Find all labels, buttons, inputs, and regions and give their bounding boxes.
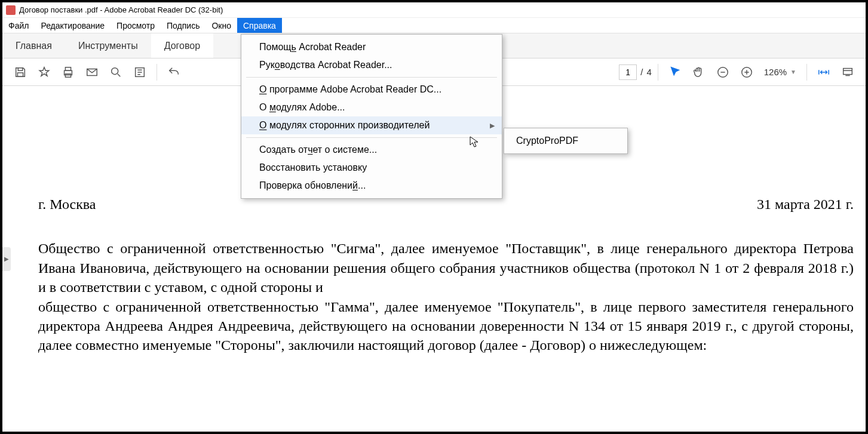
toolbar-separator <box>806 64 807 81</box>
toolbar-separator <box>658 64 658 81</box>
third-party-submenu: CryptoProPDF <box>504 128 628 154</box>
window-title: Договор поставки .pdf - Adobe Acrobat Re… <box>19 5 223 14</box>
chevron-down-icon: ▼ <box>790 69 796 75</box>
tab-home[interactable]: Главная <box>2 33 65 58</box>
undo-icon[interactable] <box>163 61 185 83</box>
svg-rect-3 <box>65 73 70 77</box>
fit-width-icon[interactable] <box>813 61 835 83</box>
print-icon[interactable] <box>57 61 79 83</box>
doc-paragraph-2: общество с ограниченной ответственностью… <box>38 297 854 355</box>
page-separator: / <box>640 67 643 77</box>
menubar: Файл Редактирование Просмотр Подпись Окн… <box>2 18 866 33</box>
pdf-file-icon <box>6 5 16 15</box>
menu-file[interactable]: Файл <box>2 18 35 33</box>
search-icon[interactable] <box>105 61 127 83</box>
menu-item-third-party-plugins[interactable]: О модулях сторонних производителей ▶ <box>241 116 502 134</box>
save-icon[interactable] <box>10 61 31 83</box>
ocr-icon[interactable] <box>129 61 151 83</box>
svg-rect-9 <box>844 68 852 74</box>
doc-paragraph-1: Общество с ограниченной ответственностью… <box>38 239 854 297</box>
sidebar-toggle[interactable]: ▶ <box>2 247 11 271</box>
titlebar: Договор поставки .pdf - Adobe Acrobat Re… <box>2 2 866 18</box>
submenu-item-cryptopro[interactable]: CryptoProPDF <box>504 132 627 150</box>
help-dropdown: Помощь Acrobat Reader Руководства Acroba… <box>241 34 502 199</box>
zoom-in-icon[interactable] <box>736 61 757 83</box>
page-controls: / 4 <box>619 64 652 80</box>
menu-item-adobe-plugins[interactable]: О модулях Adobe... <box>241 99 502 116</box>
doc-city: г. Москва <box>38 195 96 214</box>
hand-tool-icon[interactable] <box>688 61 710 83</box>
menu-view[interactable]: Просмотр <box>111 18 161 33</box>
menu-item-sysreport[interactable]: Создать отчет о системе... <box>241 141 502 159</box>
svg-point-5 <box>112 67 118 74</box>
menu-item-help[interactable]: Помощь Acrobat Reader <box>241 38 502 56</box>
svg-rect-0 <box>17 72 23 76</box>
tab-document[interactable]: Договор <box>151 33 213 58</box>
menu-edit[interactable]: Редактирование <box>35 18 111 33</box>
read-mode-icon[interactable] <box>837 61 858 83</box>
menu-item-guides[interactable]: Руководства Acrobat Reader... <box>241 56 502 74</box>
toolbar-separator <box>157 64 157 81</box>
svg-rect-2 <box>65 67 70 70</box>
zoom-out-icon[interactable] <box>712 61 734 83</box>
zoom-dropdown[interactable]: 126% ▼ <box>760 64 800 79</box>
zoom-value: 126% <box>764 67 787 77</box>
menu-window[interactable]: Окно <box>206 18 237 33</box>
page-total: 4 <box>646 67 651 77</box>
menu-item-updates[interactable]: Проверка обновлений... <box>241 177 502 195</box>
menu-help[interactable]: Справка <box>237 18 282 33</box>
star-icon[interactable] <box>33 61 55 83</box>
submenu-arrow-icon: ▶ <box>490 122 495 130</box>
select-tool-icon[interactable] <box>664 61 686 83</box>
page-number-input[interactable] <box>619 64 637 80</box>
mail-icon[interactable] <box>81 61 103 83</box>
menu-sign[interactable]: Подпись <box>161 18 206 33</box>
menu-separator <box>246 77 497 78</box>
menu-separator <box>246 137 497 138</box>
menu-item-restore[interactable]: Восстановить установку <box>241 159 502 177</box>
menu-item-about[interactable]: О программе Adobe Acrobat Reader DC... <box>241 81 502 99</box>
doc-date: 31 марта 2021 г. <box>757 195 854 214</box>
tab-tools[interactable]: Инструменты <box>65 33 151 58</box>
